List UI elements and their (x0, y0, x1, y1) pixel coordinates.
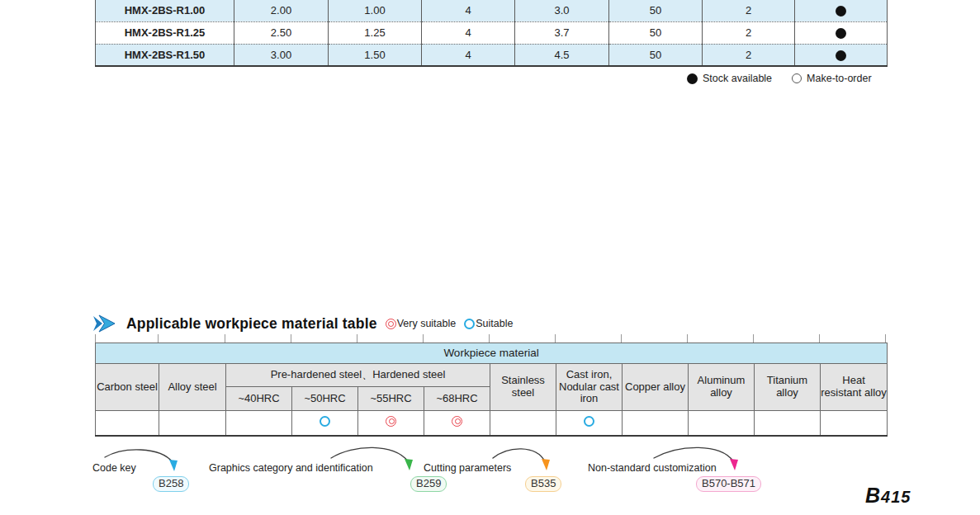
rating-cell-titanium (755, 411, 821, 436)
value-cell: 50 (609, 21, 703, 44)
stock-cell (795, 44, 888, 66)
col-cast-iron: Cast iron, Nodular cast iron (556, 364, 623, 411)
table-row: HMX-2BS-R1.00 2.00 1.00 4 3.0 50 2 (96, 0, 888, 21)
rating-cell-heat (821, 411, 888, 436)
page-ref-b258: B258 (153, 476, 189, 492)
curved-arrow (490, 448, 553, 475)
curved-arrow (651, 446, 743, 475)
workpiece-material-title: Workpiece material (96, 343, 888, 364)
rating-cell-alloy (159, 411, 226, 436)
col-titanium-alloy: Titanium alloy (755, 364, 821, 411)
rating-cell-50hrc (292, 411, 358, 436)
make-to-order-icon (792, 73, 802, 83)
page-number: B415 (865, 484, 911, 508)
stock-legend: Stock available Make-to-order (687, 73, 889, 84)
col-heat-resistant-alloy: Heat resistant alloy (821, 364, 888, 411)
value-cell: 2 (703, 44, 795, 66)
value-cell: 3.00 (234, 44, 329, 66)
rating-cell-carbon (96, 411, 159, 436)
stock-available-label: Stock available (703, 73, 772, 84)
rating-cell-stainless (490, 411, 556, 436)
legend-suitable: Suitable (464, 318, 513, 329)
very-suitable-icon (386, 416, 396, 427)
value-cell: 3.0 (515, 0, 609, 21)
value-cell: 2.50 (234, 21, 329, 44)
section-heading: Applicable workpiece material table Very… (92, 314, 513, 333)
header-row: Carbon steel Alloy steel Pre-hardened st… (96, 364, 888, 387)
model-cell: HMX-2BS-R1.00 (96, 0, 234, 21)
stock-available-icon (836, 28, 846, 39)
rating-cell-55hrc (358, 411, 424, 436)
col-50hrc: ~50HRC (292, 387, 358, 411)
table-row: HMX-2BS-R1.25 2.50 1.25 4 3.7 50 2 (96, 21, 888, 44)
rating-cell-cast-iron (556, 411, 623, 436)
col-alloy-steel: Alloy steel (159, 364, 226, 411)
value-cell: 3.7 (515, 21, 609, 44)
model-cell: HMX-2BS-R1.25 (96, 21, 234, 44)
col-68hrc: ~68HRC (424, 387, 490, 411)
suitable-label: Suitable (476, 318, 513, 329)
workpiece-material-table: Workpiece material Carbon steel Alloy st… (95, 343, 888, 437)
section-title: Applicable workpiece material table (126, 315, 377, 333)
value-cell: 4 (422, 44, 515, 66)
table-title-row: Workpiece material (96, 343, 888, 364)
col-aluminum-alloy: Aluminum alloy (689, 364, 755, 411)
col-stainless-steel: Stainless steel (490, 364, 556, 411)
spec-table: HMX-2BS-R1.00 2.00 1.00 4 3.0 50 2 HMX-2… (95, 0, 888, 67)
very-suitable-icon (386, 319, 396, 329)
curved-arrow (102, 449, 181, 476)
suitable-icon (320, 416, 330, 427)
make-to-order-label: Make-to-order (807, 73, 872, 84)
rating-row (96, 411, 888, 436)
col-40hrc: ~40HRC (226, 387, 292, 411)
value-cell: 1.25 (329, 21, 422, 44)
col-copper-alloy: Copper alloy (623, 364, 689, 411)
col-55hrc: ~55HRC (358, 387, 424, 411)
stock-cell (795, 21, 888, 44)
table-row: HMX-2BS-R1.50 3.00 1.50 4 4.5 50 2 (96, 44, 888, 66)
double-chevron-icon (92, 314, 118, 333)
very-suitable-label: Very suitable (397, 318, 457, 329)
curved-arrow (329, 446, 416, 475)
value-cell: 50 (609, 0, 703, 21)
stock-available-icon (836, 6, 846, 17)
suitable-icon (464, 319, 475, 329)
col-prehardened-group: Pre-hardened steel、Hardened steel (226, 364, 490, 387)
value-cell: 2.00 (234, 0, 329, 21)
page-ref-b570-b571: B570-B571 (696, 476, 761, 492)
value-cell: 1.00 (329, 0, 422, 21)
legend-very-suitable: Very suitable (386, 318, 457, 329)
suitable-icon (584, 416, 594, 427)
value-cell: 2 (703, 0, 795, 21)
col-carbon-steel: Carbon steel (96, 364, 159, 411)
rating-cell-68hrc (424, 411, 490, 436)
very-suitable-icon (452, 416, 462, 427)
page-ref-b259: B259 (410, 476, 447, 492)
page-ref-b535: B535 (525, 476, 561, 492)
rating-cell-copper (623, 411, 689, 436)
table-top-ticks (95, 334, 886, 343)
stock-available-icon (836, 50, 846, 61)
rating-cell-40hrc (226, 411, 292, 436)
stock-available-icon (687, 73, 698, 84)
value-cell: 4 (422, 0, 515, 21)
value-cell: 2 (703, 21, 795, 44)
model-cell: HMX-2BS-R1.50 (96, 44, 234, 66)
value-cell: 1.50 (329, 44, 422, 66)
value-cell: 50 (609, 44, 703, 66)
rating-cell-aluminum (689, 411, 755, 436)
value-cell: 4 (422, 21, 515, 44)
catalog-page: HMX-2BS-R1.00 2.00 1.00 4 3.0 50 2 HMX-2… (0, 0, 980, 515)
stock-cell (795, 0, 888, 21)
value-cell: 4.5 (515, 44, 609, 66)
